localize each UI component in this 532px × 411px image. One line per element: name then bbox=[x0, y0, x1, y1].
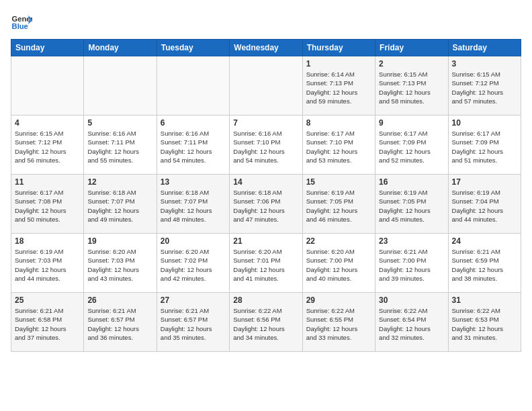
day-number: 29 bbox=[306, 295, 371, 305]
day-number: 27 bbox=[161, 295, 226, 305]
day-number: 8 bbox=[306, 118, 371, 128]
day-info: Sunrise: 6:22 AM Sunset: 6:53 PM Dayligh… bbox=[452, 306, 517, 342]
day-info: Sunrise: 6:17 AM Sunset: 7:10 PM Dayligh… bbox=[306, 129, 371, 165]
day-info: Sunrise: 6:18 AM Sunset: 7:07 PM Dayligh… bbox=[87, 188, 152, 224]
day-info: Sunrise: 6:16 AM Sunset: 7:11 PM Dayligh… bbox=[161, 129, 226, 165]
calendar-cell bbox=[157, 56, 229, 116]
day-number: 14 bbox=[233, 177, 298, 187]
calendar-cell: 24Sunrise: 6:21 AM Sunset: 6:59 PM Dayli… bbox=[448, 234, 521, 293]
day-number: 5 bbox=[87, 118, 152, 128]
day-number: 3 bbox=[452, 59, 517, 68]
day-number: 1 bbox=[306, 59, 371, 68]
day-number: 17 bbox=[452, 177, 517, 187]
calendar-cell: 2Sunrise: 6:15 AM Sunset: 7:13 PM Daylig… bbox=[375, 56, 448, 116]
day-info: Sunrise: 6:22 AM Sunset: 6:54 PM Dayligh… bbox=[379, 306, 444, 342]
day-number: 13 bbox=[161, 177, 226, 187]
calendar-cell: 25Sunrise: 6:21 AM Sunset: 6:58 PM Dayli… bbox=[11, 293, 84, 352]
day-info: Sunrise: 6:20 AM Sunset: 7:02 PM Dayligh… bbox=[161, 247, 226, 283]
day-info: Sunrise: 6:21 AM Sunset: 6:59 PM Dayligh… bbox=[452, 247, 517, 283]
day-info: Sunrise: 6:19 AM Sunset: 7:05 PM Dayligh… bbox=[379, 188, 444, 224]
day-number: 19 bbox=[87, 236, 152, 246]
day-info: Sunrise: 6:22 AM Sunset: 6:55 PM Dayligh… bbox=[306, 306, 371, 342]
calendar-cell: 16Sunrise: 6:19 AM Sunset: 7:05 PM Dayli… bbox=[375, 175, 448, 234]
calendar-cell: 29Sunrise: 6:22 AM Sunset: 6:55 PM Dayli… bbox=[302, 293, 375, 352]
day-info: Sunrise: 6:19 AM Sunset: 7:05 PM Dayligh… bbox=[306, 188, 371, 224]
calendar-cell: 12Sunrise: 6:18 AM Sunset: 7:07 PM Dayli… bbox=[84, 175, 157, 234]
day-info: Sunrise: 6:15 AM Sunset: 7:12 PM Dayligh… bbox=[452, 70, 517, 105]
calendar-cell: 4Sunrise: 6:15 AM Sunset: 7:12 PM Daylig… bbox=[11, 116, 84, 175]
day-number: 21 bbox=[233, 236, 298, 246]
calendar-cell: 17Sunrise: 6:19 AM Sunset: 7:04 PM Dayli… bbox=[448, 175, 521, 234]
day-info: Sunrise: 6:20 AM Sunset: 7:01 PM Dayligh… bbox=[233, 247, 298, 283]
weekday-header-wednesday: Wednesday bbox=[230, 40, 302, 56]
week-row-5: 25Sunrise: 6:21 AM Sunset: 6:58 PM Dayli… bbox=[11, 293, 521, 352]
day-number: 11 bbox=[15, 177, 80, 187]
day-number: 7 bbox=[233, 118, 298, 128]
day-number: 20 bbox=[161, 236, 226, 246]
page: General Blue SundayMondayTuesdayWednesda… bbox=[0, 0, 532, 359]
day-info: Sunrise: 6:19 AM Sunset: 7:03 PM Dayligh… bbox=[15, 247, 80, 283]
day-info: Sunrise: 6:21 AM Sunset: 6:58 PM Dayligh… bbox=[15, 306, 80, 342]
day-info: Sunrise: 6:17 AM Sunset: 7:09 PM Dayligh… bbox=[452, 129, 517, 165]
calendar-cell: 15Sunrise: 6:19 AM Sunset: 7:05 PM Dayli… bbox=[302, 175, 375, 234]
weekday-header-thursday: Thursday bbox=[302, 40, 375, 56]
day-info: Sunrise: 6:18 AM Sunset: 7:06 PM Dayligh… bbox=[233, 188, 298, 224]
calendar-cell: 31Sunrise: 6:22 AM Sunset: 6:53 PM Dayli… bbox=[448, 293, 521, 352]
calendar-table: SundayMondayTuesdayWednesdayThursdayFrid… bbox=[11, 39, 521, 352]
day-info: Sunrise: 6:14 AM Sunset: 7:13 PM Dayligh… bbox=[306, 70, 371, 105]
day-number: 4 bbox=[15, 118, 80, 128]
day-number: 10 bbox=[452, 118, 517, 128]
day-number: 31 bbox=[452, 295, 517, 305]
week-row-4: 18Sunrise: 6:19 AM Sunset: 7:03 PM Dayli… bbox=[11, 234, 521, 293]
day-number: 23 bbox=[379, 236, 444, 246]
calendar-cell: 9Sunrise: 6:17 AM Sunset: 7:09 PM Daylig… bbox=[375, 116, 448, 175]
day-number: 28 bbox=[233, 295, 298, 305]
week-row-1: 1Sunrise: 6:14 AM Sunset: 7:13 PM Daylig… bbox=[11, 56, 521, 116]
logo: General Blue bbox=[11, 11, 32, 32]
day-info: Sunrise: 6:21 AM Sunset: 7:00 PM Dayligh… bbox=[379, 247, 444, 283]
week-row-2: 4Sunrise: 6:15 AM Sunset: 7:12 PM Daylig… bbox=[11, 116, 521, 175]
day-info: Sunrise: 6:20 AM Sunset: 7:00 PM Dayligh… bbox=[306, 247, 371, 283]
day-info: Sunrise: 6:17 AM Sunset: 7:08 PM Dayligh… bbox=[15, 188, 80, 224]
calendar-cell: 14Sunrise: 6:18 AM Sunset: 7:06 PM Dayli… bbox=[230, 175, 302, 234]
calendar-cell: 22Sunrise: 6:20 AM Sunset: 7:00 PM Dayli… bbox=[302, 234, 375, 293]
calendar-cell: 19Sunrise: 6:20 AM Sunset: 7:03 PM Dayli… bbox=[84, 234, 157, 293]
calendar-cell: 23Sunrise: 6:21 AM Sunset: 7:00 PM Dayli… bbox=[375, 234, 448, 293]
day-number: 24 bbox=[452, 236, 517, 246]
day-number: 6 bbox=[161, 118, 226, 128]
day-number: 30 bbox=[379, 295, 444, 305]
calendar-cell bbox=[84, 56, 157, 116]
calendar-cell: 8Sunrise: 6:17 AM Sunset: 7:10 PM Daylig… bbox=[302, 116, 375, 175]
day-info: Sunrise: 6:19 AM Sunset: 7:04 PM Dayligh… bbox=[452, 188, 517, 224]
calendar-cell: 5Sunrise: 6:16 AM Sunset: 7:11 PM Daylig… bbox=[84, 116, 157, 175]
day-number: 25 bbox=[15, 295, 80, 305]
weekday-header-row: SundayMondayTuesdayWednesdayThursdayFrid… bbox=[11, 40, 521, 56]
calendar-cell: 30Sunrise: 6:22 AM Sunset: 6:54 PM Dayli… bbox=[375, 293, 448, 352]
calendar-cell: 13Sunrise: 6:18 AM Sunset: 7:07 PM Dayli… bbox=[157, 175, 229, 234]
weekday-header-monday: Monday bbox=[84, 40, 157, 56]
calendar-cell: 3Sunrise: 6:15 AM Sunset: 7:12 PM Daylig… bbox=[448, 56, 521, 116]
day-number: 26 bbox=[87, 295, 152, 305]
calendar-cell: 7Sunrise: 6:16 AM Sunset: 7:10 PM Daylig… bbox=[230, 116, 302, 175]
week-row-3: 11Sunrise: 6:17 AM Sunset: 7:08 PM Dayli… bbox=[11, 175, 521, 234]
calendar-cell: 28Sunrise: 6:22 AM Sunset: 6:56 PM Dayli… bbox=[230, 293, 302, 352]
day-number: 9 bbox=[379, 118, 444, 128]
calendar-cell: 1Sunrise: 6:14 AM Sunset: 7:13 PM Daylig… bbox=[302, 56, 375, 116]
day-info: Sunrise: 6:21 AM Sunset: 6:57 PM Dayligh… bbox=[87, 306, 152, 342]
calendar-cell: 10Sunrise: 6:17 AM Sunset: 7:09 PM Dayli… bbox=[448, 116, 521, 175]
calendar-cell bbox=[11, 56, 84, 116]
day-info: Sunrise: 6:17 AM Sunset: 7:09 PM Dayligh… bbox=[379, 129, 444, 165]
day-number: 18 bbox=[15, 236, 80, 246]
calendar-cell: 18Sunrise: 6:19 AM Sunset: 7:03 PM Dayli… bbox=[11, 234, 84, 293]
day-info: Sunrise: 6:18 AM Sunset: 7:07 PM Dayligh… bbox=[161, 188, 226, 224]
header: General Blue bbox=[11, 11, 521, 32]
day-number: 12 bbox=[87, 177, 152, 187]
day-info: Sunrise: 6:15 AM Sunset: 7:13 PM Dayligh… bbox=[379, 70, 444, 105]
day-info: Sunrise: 6:16 AM Sunset: 7:11 PM Dayligh… bbox=[87, 129, 152, 165]
day-info: Sunrise: 6:21 AM Sunset: 6:57 PM Dayligh… bbox=[161, 306, 226, 342]
logo-icon: General Blue bbox=[11, 11, 32, 32]
day-number: 15 bbox=[306, 177, 371, 187]
day-number: 16 bbox=[379, 177, 444, 187]
svg-text:Blue: Blue bbox=[12, 22, 28, 30]
weekday-header-saturday: Saturday bbox=[448, 40, 521, 56]
